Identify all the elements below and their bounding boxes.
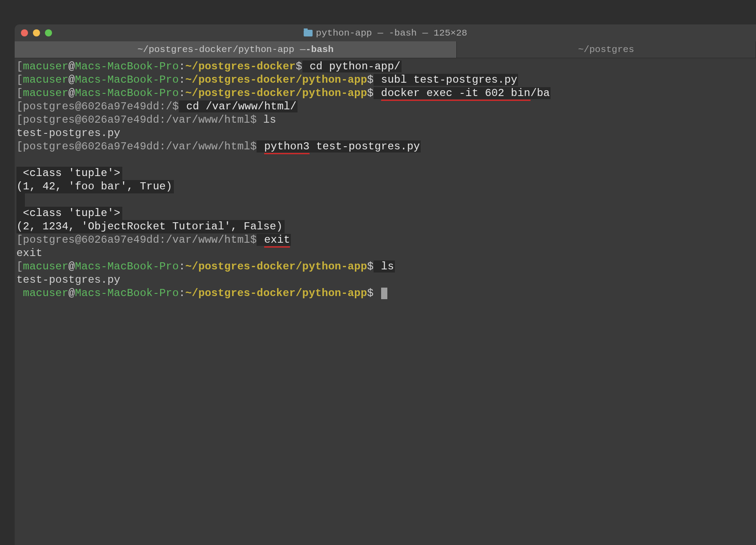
minimize-icon[interactable] [33,29,40,36]
cmd-cd-python-app: cd python-app/ [302,60,402,72]
tab-inactive[interactable]: ~/postgres [457,41,756,58]
cmd-ls-host: ls [374,260,395,272]
cmd-ls: ls [257,114,276,126]
tabbar: ~/postgres-docker/python-app — -bash ~/p… [15,41,756,58]
tab-active-suffix: -bash [306,44,334,55]
terminal-line: [macuser@Macs-MacBook-Pro:~/postgres-doc… [16,260,754,273]
blank-line [16,193,754,207]
terminal-output: (2, 1234, 'ObjectRocket Tutorial', False… [16,220,754,233]
window-title: python-app — -bash — 125×28 [303,28,467,38]
terminal-line: [postgres@6026a97e49dd:/var/www/html$ ls [16,113,754,127]
terminal-line: [macuser@Macs-MacBook-Pro:~/postgres-doc… [16,87,754,100]
cursor-icon [381,288,387,299]
terminal-line: [postgres@6026a97e49dd:/var/www/html$ ex… [16,233,754,247]
terminal-line: [postgres@6026a97e49dd:/$ cd /var/www/ht… [16,100,754,113]
tab-active[interactable]: ~/postgres-docker/python-app — -bash [15,41,457,58]
terminal-line: [macuser@Macs-MacBook-Pro:~/postgres-doc… [16,73,754,87]
terminal-output: test-postgres.py [16,127,754,140]
tab-active-path: ~/postgres-docker/python-app — [137,44,306,55]
cmd-cd-html: cd /var/www/html/ [179,100,298,112]
terminal-body[interactable]: [macuser@Macs-MacBook-Pro:~/postgres-doc… [15,58,756,302]
terminal-output: test-postgres.py [16,273,754,287]
terminal-output: <class 'tuple'> [16,207,754,220]
close-icon[interactable] [21,29,28,36]
cmd-docker-exec: docker exec -it 602 bin/ba [374,87,551,99]
traffic-lights [15,29,52,36]
maximize-icon[interactable] [45,29,52,36]
tab-inactive-label: ~/postgres [578,44,634,55]
cmd-subl: subl test-postgres.py [374,74,518,86]
terminal-line: macuser@Macs-MacBook-Pro:~/postgres-dock… [16,287,754,300]
window-titlebar: python-app — -bash — 125×28 [15,24,756,41]
terminal-window: python-app — -bash — 125×28 ~/postgres-d… [15,24,756,545]
terminal-output: (1, 42, 'foo bar', True) [16,180,754,193]
folder-icon [303,30,312,36]
terminal-line: [macuser@Macs-MacBook-Pro:~/postgres-doc… [16,60,754,73]
blank-line [16,153,754,167]
terminal-line: [postgres@6026a97e49dd:/var/www/html$ py… [16,140,754,153]
terminal-output: exit [16,247,754,260]
terminal-output: <class 'tuple'> [16,167,754,180]
cmd-exit: exit [257,234,291,246]
cmd-python3: python3 test-postgres.py [257,140,421,152]
window-title-text: python-app — -bash — 125×28 [316,28,467,38]
